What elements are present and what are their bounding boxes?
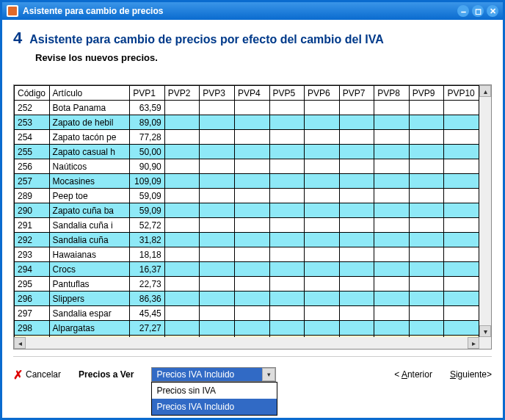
cell-pvp[interactable] xyxy=(164,174,200,189)
cell-pvp[interactable] xyxy=(444,145,479,159)
back-button[interactable]: < Anterior xyxy=(394,369,432,380)
cell-pvp[interactable] xyxy=(269,115,305,130)
cell-pvp[interactable] xyxy=(269,218,305,233)
cell-pvp[interactable] xyxy=(269,130,305,145)
cell-pvp[interactable] xyxy=(339,115,374,130)
cell-pvp[interactable] xyxy=(444,203,479,218)
cell-articulo[interactable]: Sandalia espar xyxy=(49,306,130,321)
cell-pvp[interactable] xyxy=(374,247,410,262)
cell-pvp[interactable] xyxy=(339,277,374,292)
cell-pvp[interactable] xyxy=(164,277,200,292)
cell-articulo[interactable]: Peep toe xyxy=(49,189,130,203)
cell-pvp[interactable] xyxy=(444,292,479,306)
cell-codigo[interactable]: 295 xyxy=(15,277,50,292)
cell-pvp[interactable]: 18,18 xyxy=(130,247,165,262)
cell-pvp[interactable] xyxy=(409,233,444,247)
cell-pvp[interactable] xyxy=(269,101,305,115)
table-row[interactable]: 293Hawaianas18,18 xyxy=(15,247,479,262)
table-row[interactable]: 295Pantuflas22,73 xyxy=(15,277,479,292)
cell-pvp[interactable] xyxy=(305,101,340,115)
scroll-right-icon[interactable]: ▸ xyxy=(468,337,479,349)
cell-pvp[interactable] xyxy=(234,203,269,218)
cell-pvp[interactable] xyxy=(164,233,200,247)
combo-selected-value[interactable]: Precios IVA Incluido xyxy=(151,367,276,382)
cell-pvp[interactable] xyxy=(444,321,479,336)
cell-pvp[interactable] xyxy=(409,189,444,203)
cell-articulo[interactable]: Zapato tacón pe xyxy=(49,130,130,145)
cell-pvp[interactable] xyxy=(200,247,235,262)
cell-pvp[interactable] xyxy=(409,203,444,218)
cell-pvp[interactable] xyxy=(305,292,340,306)
cell-pvp[interactable] xyxy=(164,101,200,115)
cell-codigo[interactable]: 298 xyxy=(15,321,50,336)
horizontal-scrollbar[interactable]: ◂ ▸ xyxy=(14,337,479,349)
cell-pvp[interactable] xyxy=(444,233,479,247)
cell-pvp[interactable] xyxy=(305,247,340,262)
cell-pvp[interactable] xyxy=(164,218,200,233)
cell-pvp[interactable] xyxy=(374,233,410,247)
cell-pvp[interactable] xyxy=(305,145,340,159)
cell-pvp[interactable] xyxy=(409,277,444,292)
cancel-button[interactable]: ✗ Cancelar xyxy=(13,368,61,382)
cell-pvp[interactable] xyxy=(374,292,410,306)
cell-pvp[interactable] xyxy=(305,218,340,233)
cell-pvp[interactable] xyxy=(444,277,479,292)
cell-pvp[interactable] xyxy=(409,321,444,336)
close-button[interactable]: ✕ xyxy=(487,5,498,17)
cell-pvp[interactable] xyxy=(164,189,200,203)
cell-pvp[interactable]: 77,28 xyxy=(130,130,165,145)
cell-pvp[interactable] xyxy=(305,174,340,189)
cell-codigo[interactable]: 289 xyxy=(15,189,50,203)
cell-codigo[interactable]: 292 xyxy=(15,233,50,247)
cell-pvp[interactable] xyxy=(200,145,235,159)
table-row[interactable]: 292Sandalia cuña31,82 xyxy=(15,233,479,247)
restore-button[interactable]: ◻ xyxy=(472,5,484,17)
cell-articulo[interactable]: Zapato casual h xyxy=(49,145,130,159)
column-header[interactable]: PVP6 xyxy=(305,86,340,101)
cell-pvp[interactable] xyxy=(164,306,200,321)
cell-pvp[interactable] xyxy=(374,115,410,130)
cell-pvp[interactable] xyxy=(200,233,235,247)
scroll-down-icon[interactable]: ▾ xyxy=(479,325,491,337)
cell-pvp[interactable] xyxy=(200,159,235,174)
cell-pvp[interactable]: 109,09 xyxy=(130,174,165,189)
cell-pvp[interactable] xyxy=(164,145,200,159)
cell-pvp[interactable]: 59,09 xyxy=(130,203,165,218)
cell-articulo[interactable]: Bota Panama xyxy=(49,101,130,115)
cell-codigo[interactable]: 256 xyxy=(15,159,50,174)
cell-pvp[interactable] xyxy=(234,262,269,277)
cell-pvp[interactable] xyxy=(234,292,269,306)
cell-pvp[interactable] xyxy=(234,233,269,247)
cell-pvp[interactable] xyxy=(200,130,235,145)
cell-pvp[interactable]: 22,73 xyxy=(130,277,165,292)
cell-pvp[interactable] xyxy=(305,262,340,277)
cell-pvp[interactable] xyxy=(200,277,235,292)
cell-pvp[interactable] xyxy=(339,292,374,306)
table-row[interactable]: 255Zapato casual h50,00 xyxy=(15,145,479,159)
cell-pvp[interactable] xyxy=(200,101,235,115)
cell-pvp[interactable] xyxy=(164,247,200,262)
cell-pvp[interactable] xyxy=(269,174,305,189)
cell-pvp[interactable]: 89,09 xyxy=(130,115,165,130)
cell-pvp[interactable] xyxy=(269,203,305,218)
column-header[interactable]: PVP9 xyxy=(409,86,444,101)
combo-option[interactable]: Precios IVA Incluido xyxy=(152,399,277,415)
precios-combo[interactable]: Precios IVA Incluido ▾ Precios sin IVA P… xyxy=(151,367,276,382)
cell-pvp[interactable] xyxy=(200,218,235,233)
cell-articulo[interactable]: Zapato cuña ba xyxy=(49,203,130,218)
table-row[interactable]: 290Zapato cuña ba59,09 xyxy=(15,203,479,218)
cell-pvp[interactable] xyxy=(444,218,479,233)
cell-pvp[interactable] xyxy=(234,218,269,233)
cell-pvp[interactable] xyxy=(234,145,269,159)
scroll-up-icon[interactable]: ▴ xyxy=(479,85,491,97)
cell-articulo[interactable]: Alpargatas xyxy=(49,321,130,336)
cell-pvp[interactable] xyxy=(200,292,235,306)
cell-pvp[interactable] xyxy=(234,115,269,130)
table-row[interactable]: 253Zapato de hebil89,09 xyxy=(15,115,479,130)
combo-dropdown-button[interactable]: ▾ xyxy=(262,368,275,381)
cell-pvp[interactable] xyxy=(164,115,200,130)
cell-pvp[interactable] xyxy=(339,218,374,233)
cell-articulo[interactable]: Mocasines xyxy=(49,174,130,189)
cell-pvp[interactable] xyxy=(374,159,410,174)
cell-pvp[interactable] xyxy=(374,218,410,233)
